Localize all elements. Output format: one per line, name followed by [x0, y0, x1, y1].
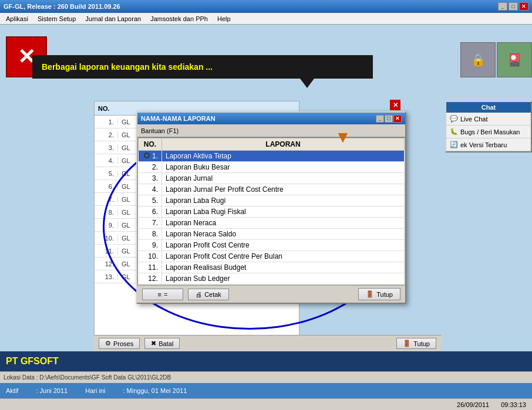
top-images: 🔒 🎴	[460, 42, 532, 77]
tutup-main-icon: 🚪	[403, 340, 411, 347]
live-chat-label: Live Chat	[460, 116, 487, 123]
row-no: 5.	[139, 195, 162, 206]
tutup-main-label: Tutup	[413, 340, 430, 347]
row-no: 11.	[139, 262, 162, 273]
tutup-dialog-label: Tutup	[376, 291, 393, 298]
bug-icon: 🐛	[450, 128, 458, 135]
row-name: Laporan Neraca	[162, 218, 405, 229]
col-laporan-header: LAPORAN	[162, 138, 405, 151]
table-row[interactable]: 5. Laporan Laba Rugi	[139, 195, 405, 206]
row-no: 2.	[139, 162, 162, 173]
row-name: Laporan Neraca Saldo	[162, 229, 405, 240]
row-no: 9.	[139, 240, 162, 251]
hari-ini-value: : Minggu, 01 Mei 2011	[123, 387, 187, 394]
options-label: =	[164, 291, 167, 298]
row-no: 4.	[139, 184, 162, 195]
title-bar-buttons: _ □ ✕	[498, 2, 528, 11]
maximize-button[interactable]: □	[509, 2, 518, 11]
col-no-header: NO.	[139, 138, 162, 151]
speech-bubble-text: Berbagai laporan keuangan kita sediakan …	[42, 62, 213, 72]
proses-label: Proses	[113, 340, 133, 347]
aktif-value: : Juni 2011	[36, 387, 68, 394]
dialog-inner-close-button[interactable]: ✕	[390, 100, 400, 110]
row-no: 10.	[139, 251, 162, 262]
laporan-dialog-title-bar: NAMA-NAMA LAPORAN _ □ ✕	[137, 113, 405, 124]
pt-bar: PT GFSOFT	[0, 351, 532, 371]
table-row[interactable]: 12. Laporan Sub Ledger	[139, 273, 405, 284]
table-row[interactable]: 6. Laporan Laba Rugi Fiskal	[139, 206, 405, 218]
table-row[interactable]: 8. Laporan Neraca Saldo	[139, 229, 405, 240]
info-bar: Aktif : Juni 2011 Hari ini : Minggu, 01 …	[0, 383, 532, 398]
laporan-minimize-button[interactable]: _	[376, 115, 384, 123]
table-row[interactable]: 2. Laporan Buku Besar	[139, 162, 405, 173]
proses-icon: ⚙	[105, 340, 111, 347]
right-panel-title: Chat	[446, 102, 531, 113]
menu-aplikasi[interactable]: Aplikasi	[2, 15, 32, 23]
table-row[interactable]: 11. Laporan Realisasi Budget	[139, 262, 405, 273]
menu-jurnal-laporan[interactable]: Jurnal dan Laporan	[82, 15, 144, 23]
aktif-label: Aktif	[6, 387, 18, 394]
arrow-down-icon: ▼	[335, 128, 351, 147]
options-icon: ≡	[158, 291, 161, 298]
table-row[interactable]: 4. Laporan Jurnal Per Profit Cost Centre	[139, 184, 405, 195]
laporan-dialog: NAMA-NAMA LAPORAN _ □ ✕ Bantuan (F1) NO.…	[136, 111, 406, 304]
menu-jamsostek[interactable]: Jamsostek dan PPh	[147, 15, 211, 23]
table-row[interactable]: 3. Laporan Jurnal	[139, 173, 405, 184]
app-title: GF-GL, Release : 260 Build 2011.09.26	[4, 3, 120, 10]
dialog-bottom-bar: ≡ = 🖨 Cetak 🚪 Tutup	[137, 285, 405, 303]
table-header-row: NO. LAPORAN	[139, 138, 405, 151]
tutup-main-button[interactable]: 🚪 Tutup	[396, 338, 436, 349]
status-date: 26/09/2011	[457, 401, 489, 408]
row-name: Laporan Buku Besar	[162, 162, 405, 173]
laporan-close-button[interactable]: ✕	[393, 115, 402, 123]
row-name: Laporan Profit Cost Centre Per Bulan	[162, 251, 405, 262]
proses-button[interactable]: ⚙ Proses	[99, 338, 140, 349]
row-no: 1.	[139, 151, 162, 162]
row-name: Laporan Aktiva Tetap	[162, 151, 405, 162]
row-no: 6.	[139, 206, 162, 218]
batal-button[interactable]: ✖ Batal	[144, 338, 180, 349]
menu-help[interactable]: Help	[214, 15, 234, 23]
batal-icon: ✖	[151, 340, 156, 347]
live-chat-button[interactable]: 💬 Live Chat	[446, 113, 531, 126]
pt-name: PT GFSOFT	[6, 356, 59, 367]
row-name: Laporan Realisasi Budget	[162, 262, 405, 273]
row-name: Laporan Profit Cost Centre	[162, 240, 405, 251]
bugs-button[interactable]: 🐛 Bugs / Beri Masukan	[446, 126, 531, 138]
row-no: 3.	[139, 173, 162, 184]
row-name: Laporan Sub Ledger	[162, 273, 405, 284]
status-time: 09:33:13	[501, 401, 526, 408]
table-row[interactable]: 9. Laporan Profit Cost Centre	[139, 240, 405, 251]
table-row[interactable]: 10. Laporan Profit Cost Centre Per Bulan	[139, 251, 405, 262]
laporan-table: NO. LAPORAN 1. Laporan Aktiva Tetap 2. L…	[138, 138, 405, 284]
title-bar: GF-GL, Release : 260 Build 2011.09.26 _ …	[0, 0, 532, 13]
table-row[interactable]: 7. Laporan Neraca	[139, 218, 405, 229]
row-name: Laporan Jurnal	[162, 173, 405, 184]
version-icon: 🔄	[450, 141, 458, 148]
tutup-dialog-button[interactable]: 🚪 Tutup	[358, 288, 400, 300]
lokasi-text: Lokasi Data : D:\Aefs\Documents\GF Soft …	[4, 374, 171, 381]
print-icon: 🖨	[196, 291, 202, 298]
scroll-indicator	[144, 153, 150, 158]
top-image-2: 🎴	[497, 42, 532, 77]
cetak-label: Cetak	[204, 291, 221, 298]
version-button[interactable]: 🔄 ek Versi Terbaru	[446, 138, 531, 151]
right-panel: Chat 💬 Live Chat 🐛 Bugs / Beri Masukan 🔄…	[445, 101, 532, 153]
laporan-dialog-title: NAMA-NAMA LAPORAN	[141, 115, 216, 122]
minimize-button[interactable]: _	[498, 2, 507, 11]
options-button[interactable]: ≡ =	[142, 289, 183, 300]
table-row[interactable]: 1. Laporan Aktiva Tetap	[139, 151, 405, 162]
lokasi-bar: Lokasi Data : D:\Aefs\Documents\GF Soft …	[0, 371, 532, 383]
cetak-button[interactable]: 🖨 Cetak	[188, 289, 229, 300]
hari-ini-label: Hari ini	[85, 387, 105, 394]
row-name: Laporan Laba Rugi	[162, 195, 405, 206]
menu-sistem-setup[interactable]: Sistem Setup	[34, 15, 79, 23]
top-image-1: 🔒	[460, 42, 496, 77]
bottom-status-bar: 26/09/2011 09:33:13	[0, 398, 532, 410]
main-area: Berbagai laporan keuangan kita sediakan …	[0, 25, 532, 410]
row-no: 7.	[139, 218, 162, 229]
laporan-maximize-button[interactable]: □	[385, 115, 393, 123]
tutup-icon: 🚪	[366, 290, 374, 298]
bantuan-bar: Bantuan (F1)	[137, 124, 405, 137]
close-button[interactable]: ✕	[519, 2, 528, 11]
